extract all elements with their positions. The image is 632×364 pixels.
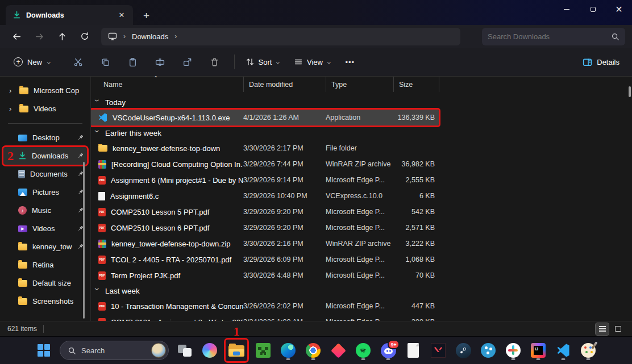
group-header-today[interactable]: ›Today <box>91 95 632 110</box>
status-divider <box>43 325 44 333</box>
running-indicator <box>311 358 315 360</box>
taskbar-button-paint[interactable] <box>579 340 597 361</box>
column-header-date-modified[interactable]: Date modified <box>243 77 326 92</box>
file-row[interactable]: PDF10 - Transaction Management & Concurr… <box>91 298 439 314</box>
taskbar-button-chrome[interactable] <box>304 340 322 361</box>
search-input[interactable] <box>488 32 611 41</box>
tab-close-icon[interactable]: ✕ <box>115 9 128 22</box>
taskbar-button-intellij-idea[interactable] <box>529 340 547 361</box>
file-row[interactable]: PDFTerm Project PJK.pdf3/30/2026 4:48 PM… <box>91 267 439 283</box>
winrar-icon <box>98 160 106 169</box>
pdf-icon: PDF <box>98 176 106 185</box>
breadcrumb-downloads[interactable]: Downloads <box>132 32 168 41</box>
copilot-icon <box>202 343 217 358</box>
taskbar-button-edge[interactable] <box>279 340 297 361</box>
details-view-toggle[interactable] <box>596 323 609 335</box>
taskbar-button-discord[interactable]: 9+ <box>379 340 397 361</box>
taskbar-button-minecraft[interactable] <box>254 340 272 361</box>
forward-button[interactable] <box>30 28 49 45</box>
minecraft-icon <box>256 343 271 358</box>
taskbar-button-vscode[interactable] <box>554 340 572 361</box>
sidebar-item-screenshots[interactable]: Screenshots <box>3 292 87 310</box>
sidebar-item-videos[interactable]: ▶Videos <box>3 220 87 237</box>
file-row[interactable]: PDFCOMP 2131 - Assignment 8 - Winter 202… <box>91 314 439 321</box>
column-header-size[interactable]: Size <box>393 77 439 92</box>
status-bar: 621 items <box>0 321 632 336</box>
minimize-button[interactable] <box>554 0 580 19</box>
taskbar-button-notepad[interactable] <box>404 340 422 361</box>
taskbar-button-game-launcher[interactable] <box>329 340 347 361</box>
tab-downloads[interactable]: Downloads ✕ <box>6 5 133 25</box>
address-bar[interactable]: › Downloads › <box>101 28 460 45</box>
taskbar-button-task-view[interactable] <box>176 340 194 361</box>
taskbar-button-start-button[interactable] <box>35 340 53 361</box>
sort-button[interactable]: Sort ⌄ <box>240 53 285 70</box>
taskbar-button-spotify[interactable] <box>354 340 372 361</box>
sidebar-item-documents[interactable]: Documents <box>3 165 87 183</box>
search-box[interactable] <box>482 28 625 45</box>
paste-button[interactable] <box>120 52 146 72</box>
sidebar-item-kenney-towe[interactable]: kenney_towe <box>3 238 87 256</box>
copy-button[interactable] <box>93 52 119 72</box>
paste-icon <box>128 57 138 67</box>
file-row[interactable]: PDFAssignment 6 (Mini project#1 - Due by… <box>91 172 439 188</box>
sidebar-item-pictures[interactable]: Pictures <box>3 183 87 201</box>
taskbar-search-box[interactable]: Search <box>60 341 169 360</box>
sidebar-item-downloads[interactable]: 2Downloads <box>3 147 87 165</box>
file-row[interactable]: 3VSCodeUserSetup-x64-1.113.0.exe4/1/2026… <box>91 110 439 125</box>
view-label: View <box>307 58 323 66</box>
file-row[interactable]: [Recording] Cloud Computing Option In...… <box>91 156 439 172</box>
chevron-right-icon[interactable]: › <box>9 104 14 113</box>
sidebar-tree-item-videos[interactable]: ›Videos <box>3 100 87 118</box>
new-button[interactable]: + New ⌄ <box>8 53 57 70</box>
new-tab-button[interactable]: + <box>143 10 149 21</box>
back-button[interactable] <box>7 28 26 45</box>
group-header-earlier-this-week[interactable]: ›Earlier this week <box>91 125 632 140</box>
chevron-right-icon[interactable]: › <box>9 86 14 95</box>
rename-button[interactable] <box>147 52 173 72</box>
delete-button[interactable] <box>202 52 228 72</box>
maximize-button[interactable] <box>580 0 606 19</box>
taskbar-button-slack[interactable] <box>504 340 522 361</box>
large-icons-view-toggle[interactable] <box>612 323 625 335</box>
column-header-type[interactable]: Type <box>326 77 393 92</box>
sidebar-item-desktop[interactable]: Desktop <box>3 129 87 147</box>
more-options-button[interactable]: ••• <box>339 54 360 70</box>
taskbar-button-steam[interactable] <box>454 340 472 361</box>
file-content-area: ⌃ Name Date modified Type Size ›Today3VS… <box>91 77 632 321</box>
sidebar-tree-item-microsoft-cop[interactable]: ›Microsoft Cop <box>3 82 87 99</box>
file-name: [Recording] Cloud Computing Option In... <box>111 160 243 169</box>
file-row[interactable]: PDFCOMP2510 Lesson 6 PPT.pdf3/29/2026 9:… <box>91 220 439 236</box>
paint-icon <box>581 343 596 358</box>
taskbar-button-copilot[interactable] <box>201 340 219 361</box>
refresh-button[interactable] <box>75 28 94 45</box>
sidebar-item-label: Pictures <box>32 188 72 196</box>
details-pane-button[interactable]: Details <box>578 53 624 71</box>
share-button[interactable] <box>174 52 201 72</box>
cut-button[interactable] <box>65 52 92 72</box>
file-row[interactable]: Assignment6.c3/29/2026 10:40 PMVCExpress… <box>91 188 439 204</box>
taskbar-button-valorant[interactable] <box>429 340 447 361</box>
file-list-scrollbar[interactable] <box>629 86 631 97</box>
sidebar-item-retina[interactable]: Retina <box>3 256 87 274</box>
file-name-cell: kenney_tower-defense-top-down.zip <box>91 240 243 248</box>
sidebar-item-music[interactable]: ♪Music <box>3 202 87 219</box>
sidebar-item-default-size[interactable]: Default size <box>3 274 87 292</box>
column-header-name[interactable]: Name <box>91 77 243 92</box>
view-toggles <box>596 323 625 335</box>
sidebar-divider <box>8 123 82 124</box>
sidebar-scrollbar[interactable] <box>83 162 85 319</box>
file-row[interactable]: kenney_tower-defense-top-down.zip3/30/20… <box>91 236 439 252</box>
close-button[interactable]: ✕ <box>606 0 632 19</box>
file-size: 300 KB <box>393 318 439 321</box>
file-row[interactable]: PDFTCOL 2 - 4405 - RTA - 20250701.pdf3/2… <box>91 252 439 267</box>
taskbar-button-file-explorer[interactable]: 1 <box>226 340 247 361</box>
group-header-last-week[interactable]: ›Last week <box>91 283 632 298</box>
up-button[interactable] <box>52 28 72 45</box>
view-button[interactable]: View ⌄ <box>289 53 336 70</box>
taskbar-button-app-blue-dots[interactable] <box>479 340 497 361</box>
file-row[interactable]: kenney_tower-defense-top-down3/30/2026 2… <box>91 140 439 156</box>
file-name: VSCodeUserSetup-x64-1.113.0.exe <box>113 114 230 122</box>
file-row[interactable]: PDFCOMP2510 Lesson 5 PPT.pdf3/29/2026 9:… <box>91 204 439 220</box>
file-size: 542 KB <box>393 208 439 216</box>
